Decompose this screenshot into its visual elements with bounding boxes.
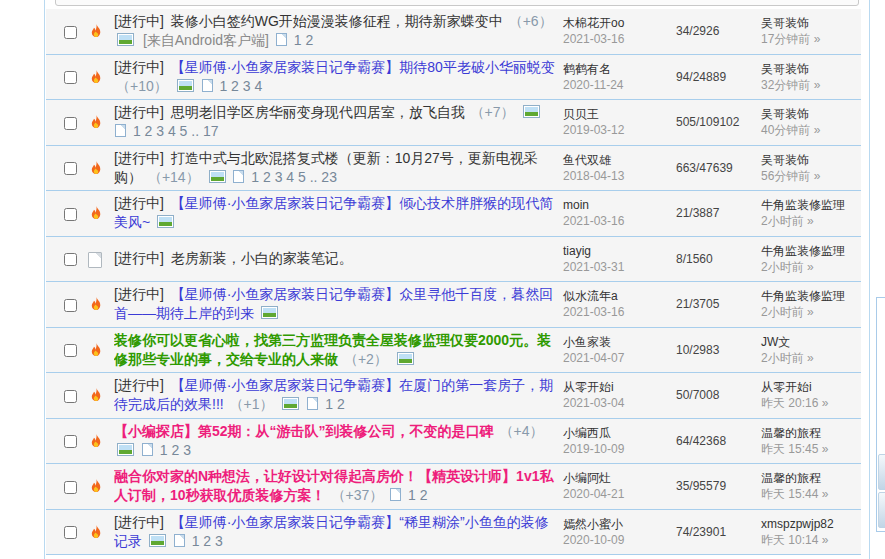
thread-category-tag[interactable]: [进行中] — [114, 377, 164, 393]
thread-author[interactable]: moin — [563, 197, 676, 213]
thread-title-link[interactable]: 【小编探店】第52期：从“游击队”到装修公司，不变的是口碑 — [114, 423, 494, 439]
page-number-links[interactable]: 1 2 — [294, 32, 313, 48]
recommend-count: （+37） — [331, 487, 383, 503]
last-poster[interactable]: 牛角监装修监理 — [761, 288, 861, 304]
thread-category-tag[interactable]: [进行中] — [114, 195, 164, 211]
thread-select-checkbox[interactable] — [64, 26, 77, 39]
page-number-links[interactable]: 1 2 3 — [160, 442, 191, 458]
thread-author[interactable]: 似水流年a — [563, 288, 676, 304]
side-panel-button-bottom[interactable] — [878, 492, 885, 528]
image-attachment-icon — [117, 443, 134, 456]
last-poster[interactable]: 牛角监装修监理 — [761, 243, 861, 259]
thread-author[interactable]: 小编阿灶 — [563, 470, 676, 486]
last-post-time[interactable]: 32分钟前 » — [761, 77, 861, 93]
thread-title-link[interactable]: 【星师傅·小鱼家居家装日记争霸赛】期待80平老破小华丽蜕变 — [171, 59, 555, 75]
last-poster[interactable]: 吴哥装饰 — [761, 61, 861, 77]
thread-select-checkbox[interactable] — [64, 253, 77, 266]
thread-category-tag[interactable]: [进行中] — [114, 59, 164, 75]
last-post-time[interactable]: 2小时前 » — [761, 350, 861, 366]
checkbox-cell — [64, 341, 88, 359]
thread-author[interactable]: 鱼代双雄 — [563, 152, 676, 168]
checkbox-cell — [64, 250, 88, 268]
thread-title-link[interactable]: 装修你可以更省心啦，找第三方监理负责全屋装修监理仅要2000元。装修那些专业的事… — [114, 332, 551, 367]
page-number-links[interactable]: 1 2 3 4 5 .. 23 — [251, 169, 337, 185]
last-post-time[interactable]: 2小时前 » — [761, 304, 861, 320]
page-number-links[interactable]: 1 2 3 — [192, 533, 223, 549]
thread-select-checkbox[interactable] — [64, 162, 77, 175]
page-number-links[interactable]: 1 2 — [325, 396, 344, 412]
last-poster[interactable]: xmspzpwjp82 — [761, 516, 861, 532]
thread-select-checkbox[interactable] — [64, 117, 77, 130]
last-poster[interactable]: 温馨的旅程 — [761, 470, 861, 486]
hot-flame-icon — [88, 160, 105, 177]
thread-date: 2021-03-04 — [563, 395, 676, 411]
last-post-time[interactable]: 2小时前 » — [761, 213, 861, 229]
thread-author[interactable]: 从零开始i — [563, 379, 676, 395]
thread-category-tag[interactable]: [进行中] — [114, 150, 164, 166]
last-post-time[interactable]: 昨天 10:14 » — [761, 532, 861, 548]
thread-select-checkbox[interactable] — [64, 299, 77, 312]
thread-title-link[interactable]: 【星师傅·小鱼家居家装日记争霸赛】众里寻他千百度，暮然回首——期待上岸的到来 — [114, 286, 553, 321]
thread-title-link[interactable]: 思明老旧学区房华丽变身现代四居室，放飞自我 — [171, 104, 465, 120]
thread-category-tag[interactable]: [进行中] — [114, 286, 164, 302]
last-post-time[interactable]: 昨天 20:16 » — [761, 395, 861, 411]
reply-view-count: 10/2983 — [676, 343, 761, 357]
thread-title-cell: 融合你对家的N种想法，让好设计对得起高房价！【精英设计师】1v1私人订制，10秒… — [114, 467, 563, 505]
recommend-count: （+10） — [116, 78, 168, 94]
page-number-links[interactable]: 1 2 3 4 5 .. 17 — [133, 123, 219, 139]
thread-author[interactable]: 小编西瓜 — [563, 425, 676, 441]
thread-author[interactable]: tiayig — [563, 243, 676, 259]
thread-category-tag[interactable]: [进行中] — [114, 514, 164, 530]
last-post-time[interactable]: 56分钟前 » — [761, 168, 861, 184]
lastpost-cell: 吴哥装饰 40分钟前 » — [761, 106, 861, 138]
thread-title-link[interactable]: 【星师傅·小鱼家居家装日记争霸赛】倾心技术胖胖猴的现代简美风~ — [114, 195, 553, 230]
thread-title-link[interactable]: 装修小白签约WG开始漫漫装修征程，期待新家蝶变中 — [171, 13, 503, 29]
thread-select-checkbox[interactable] — [64, 208, 77, 221]
reply-view-count: 34/2926 — [676, 24, 761, 38]
thread-author[interactable]: 木棉花开oo — [563, 15, 676, 31]
thread-select-checkbox[interactable] — [64, 526, 77, 539]
thread-select-checkbox[interactable] — [64, 390, 77, 403]
checkbox-cell — [64, 22, 88, 40]
thread-category-tag[interactable]: [进行中] — [114, 250, 164, 266]
thread-category-tag[interactable]: [进行中] — [114, 13, 164, 29]
thread-icon-cell — [88, 22, 114, 40]
checkbox-cell — [64, 386, 88, 404]
last-poster[interactable]: 从零开始i — [761, 379, 861, 395]
lastpost-cell: 吴哥装饰 56分钟前 » — [761, 152, 861, 184]
page-number-links[interactable]: 1 2 — [408, 487, 427, 503]
recommend-count: （+14） — [148, 169, 200, 185]
checkbox-cell — [64, 204, 88, 222]
last-post-time[interactable]: 昨天 15:44 » — [761, 486, 861, 502]
last-poster[interactable]: 吴哥装饰 — [761, 106, 861, 122]
last-post-time[interactable]: 40分钟前 » — [761, 122, 861, 138]
author-cell: 从零开始i 2021-03-04 — [563, 379, 676, 411]
thread-select-checkbox[interactable] — [64, 481, 77, 494]
recommend-count: （+7） — [471, 104, 515, 120]
hot-flame-icon — [88, 296, 105, 313]
page-number-links[interactable]: 1 2 3 4 — [219, 78, 262, 94]
last-poster[interactable]: 牛角监装修监理 — [761, 197, 861, 213]
thread-author[interactable]: 贝贝王 — [563, 106, 676, 122]
thread-author[interactable]: 小鱼家装 — [563, 334, 676, 350]
thread-category-tag[interactable]: [进行中] — [114, 104, 164, 120]
attachment-icon — [142, 443, 153, 456]
reply-view-count: 64/42368 — [676, 434, 761, 448]
last-poster[interactable]: 吴哥装饰 — [761, 152, 861, 168]
last-post-time[interactable]: 17分钟前 » — [761, 31, 861, 47]
thread-select-checkbox[interactable] — [64, 71, 77, 84]
last-post-time[interactable]: 昨天 15:45 » — [761, 441, 861, 457]
last-poster[interactable]: 温馨的旅程 — [761, 425, 861, 441]
thread-author[interactable]: 嫣然小蜜小 — [563, 516, 676, 532]
thread-author[interactable]: 鹤鹤有名 — [563, 61, 676, 77]
side-panel-button-top[interactable] — [878, 454, 885, 490]
last-poster[interactable]: 吴哥装饰 — [761, 15, 861, 31]
lastpost-cell: xmspzpwjp82 昨天 10:14 » — [761, 516, 861, 548]
thread-select-checkbox[interactable] — [64, 435, 77, 448]
thread-select-checkbox[interactable] — [64, 344, 77, 357]
thread-date: 2019-03-12 — [563, 122, 676, 138]
last-post-time[interactable]: 2小时前 » — [761, 259, 861, 275]
last-poster[interactable]: JW文 — [761, 334, 861, 350]
thread-title-cell: [进行中] 【星师傅·小鱼家居家装日记争霸赛】期待80平老破小华丽蜕变 （+10… — [114, 58, 563, 96]
thread-title-link[interactable]: 老房新装，小白的家装笔记。 — [171, 250, 353, 266]
